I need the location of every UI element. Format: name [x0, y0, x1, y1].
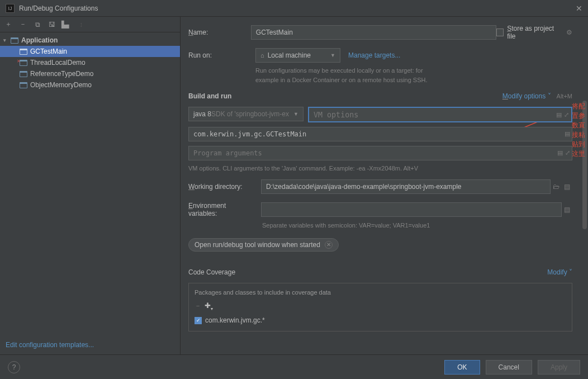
program-args-input[interactable]	[188, 146, 572, 160]
tree-item-label: ObjectMemoryDemo	[30, 81, 92, 89]
store-checkbox[interactable]	[496, 29, 504, 36]
list-icon[interactable]: ▤	[565, 130, 570, 138]
workdir-label: Working directory:	[188, 183, 255, 191]
config-icon	[19, 48, 28, 55]
runon-value: Local machine	[268, 51, 311, 59]
coverage-label: Packages and classes to include in cover…	[195, 289, 566, 296]
expand-icon[interactable]: ⤢	[565, 149, 570, 157]
modify-shortcut: Alt+M	[557, 93, 572, 100]
vm-options-input[interactable]	[309, 108, 571, 121]
build-run-section: Build and run Modify options ˅ Alt+M	[188, 92, 572, 100]
chevron-down-icon: ▼	[293, 111, 298, 117]
chip-label: Open run/debug tool window when started	[195, 241, 320, 249]
coverage-modify-link[interactable]: Modify ˅	[547, 268, 572, 276]
copy-icon[interactable]: ⧉	[32, 20, 42, 30]
config-icon	[19, 81, 28, 89]
save-icon[interactable]: 🖫	[47, 20, 57, 30]
expand-icon[interactable]: ⤢	[564, 111, 569, 119]
list-icon[interactable]: ▤	[556, 111, 562, 119]
open-tool-window-chip[interactable]: Open run/debug tool window when started …	[188, 238, 339, 252]
chevron-down-icon: ▼	[330, 53, 335, 58]
coverage-checkbox[interactable]: ✓	[195, 317, 202, 324]
list-icon[interactable]: ▤	[562, 183, 572, 191]
browse-folder-icon[interactable]: 🗁	[551, 183, 562, 191]
env-input[interactable]	[261, 202, 562, 217]
chip-close-icon[interactable]: ✕	[325, 241, 333, 249]
ok-button[interactable]: OK	[444, 360, 480, 375]
titlebar: IJ Run/Debug Configurations ✕	[0, 0, 588, 17]
coverage-section: Code Coverage Modify ˅	[188, 268, 572, 276]
runon-dropdown[interactable]: ⌂ Local machine ▼	[255, 48, 340, 63]
runon-label: Run on:	[188, 51, 255, 59]
close-icon[interactable]: ✕	[576, 4, 582, 13]
folder-icon[interactable]: ▙▖	[61, 20, 72, 30]
coverage-item-label: com.kerwin.jvm.gc.*	[205, 316, 265, 324]
tree-item-objectmemorydemo[interactable]: ObjectMemoryDemo	[0, 79, 180, 91]
remove-icon[interactable]: －	[18, 20, 28, 30]
add-icon[interactable]: ＋	[3, 20, 13, 30]
gear-icon[interactable]: ⚙	[566, 29, 572, 36]
tree-item-gctestmain[interactable]: GCTestMain	[0, 46, 180, 57]
expand-arrow-icon[interactable]: ▾	[3, 37, 10, 43]
sort-icon[interactable]: ↕	[76, 20, 86, 30]
dialog-footer: ? OK Cancel Apply	[0, 354, 588, 379]
coverage-box: Packages and classes to include in cover…	[188, 283, 572, 332]
tree-item-threadlocaldemo[interactable]: ✕ ThreadLocalDemo	[0, 57, 180, 68]
app-logo-icon: IJ	[6, 4, 15, 13]
tree-item-label: ThreadLocalDemo	[30, 59, 86, 67]
list-icon[interactable]: ▤	[557, 149, 563, 157]
apply-button: Apply	[538, 360, 580, 375]
home-icon: ⌂	[260, 52, 264, 59]
name-input[interactable]	[251, 25, 496, 40]
sdk-dropdown[interactable]: java 8 SDK of 'springboot-jvm-ex ▼	[188, 107, 304, 121]
sdk-suffix: SDK of 'springboot-jvm-ex	[211, 110, 289, 118]
config-icon	[19, 70, 28, 78]
tree-root-application[interactable]: ▾ Application	[0, 35, 180, 46]
runon-hint: Run configurations may be executed local…	[255, 66, 572, 84]
modify-options-link[interactable]: Modify options ˅	[502, 92, 551, 100]
main-class-input[interactable]	[188, 127, 572, 141]
sidebar-toolbar: ＋ － ⧉ 🖫 ▙▖ ↕	[0, 17, 180, 32]
window-title: Run/Debug Configurations	[19, 4, 98, 12]
list-icon[interactable]: ▤	[562, 206, 572, 214]
vm-note: VM options. CLI arguments to the 'Java' …	[188, 165, 572, 172]
config-tree: ▾ Application GCTestMain ✕ ThreadLocalDe…	[0, 32, 180, 93]
tree-item-label: GCTestMain	[30, 48, 67, 55]
edit-templates-link[interactable]: Edit configuration templates...	[6, 341, 94, 349]
config-form: Name: Store as project file ⚙ Run on: ⌂ …	[181, 17, 588, 354]
coverage-item[interactable]: ✓ com.kerwin.jvm.gc.*	[195, 315, 566, 325]
coverage-remove-icon[interactable]: －	[195, 301, 201, 311]
vm-options-wrap: ▤ ⤢	[308, 107, 572, 122]
tree-root-label: Application	[21, 36, 58, 44]
sdk-prefix: java 8	[193, 110, 211, 118]
name-label: Name:	[188, 29, 251, 36]
workdir-input[interactable]	[261, 179, 551, 194]
manage-targets-link[interactable]: Manage targets...	[348, 51, 400, 59]
cancel-button[interactable]: Cancel	[486, 360, 532, 375]
env-hint: Separate variables with semicolon: VAR=v…	[262, 221, 572, 230]
scrollbar[interactable]	[582, 101, 587, 229]
application-icon	[10, 36, 19, 44]
store-label: Store as project file	[507, 25, 559, 40]
env-label: Environment variables:	[188, 202, 255, 217]
coverage-add-icon[interactable]: ✚▾	[205, 301, 213, 311]
sidebar: ＋ － ⧉ 🖫 ▙▖ ↕ ▾ Application GCTestMain ✕ …	[0, 17, 181, 354]
tree-item-label: ReferenceTypeDemo	[30, 70, 93, 78]
help-icon[interactable]: ?	[8, 361, 20, 373]
tree-item-referencetypedemo[interactable]: ReferenceTypeDemo	[0, 68, 180, 79]
config-icon: ✕	[19, 59, 28, 67]
